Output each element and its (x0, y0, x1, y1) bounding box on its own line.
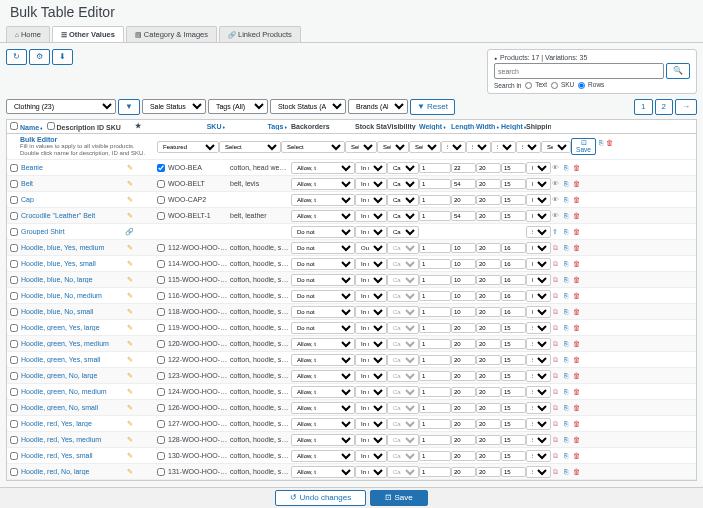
col-tags[interactable]: Tags♦ (229, 123, 291, 130)
visibility-select[interactable]: Catalo (387, 354, 419, 366)
weight-input[interactable] (419, 387, 451, 397)
trash-icon[interactable]: 🗑 (572, 291, 581, 300)
length-input[interactable] (451, 339, 476, 349)
row-checkbox[interactable] (10, 180, 18, 188)
stock-select[interactable]: In stoc (355, 338, 387, 350)
trash-icon[interactable]: 🗑 (572, 259, 581, 268)
pencil-icon[interactable]: ✎ (125, 467, 134, 476)
brands-filter[interactable]: Brands (All) (348, 99, 408, 114)
row-checkbox[interactable] (10, 452, 18, 460)
product-name-link[interactable]: Hoodie, red, Yes, large (20, 420, 125, 427)
weight-input[interactable] (419, 467, 451, 477)
copy-icon[interactable]: ⎘ (562, 435, 571, 444)
trash-icon[interactable]: 🗑 (572, 467, 581, 476)
row-action-icon[interactable]: 👁 (551, 211, 560, 220)
stock-select[interactable]: In stoc (355, 226, 387, 238)
length-input[interactable] (451, 163, 476, 173)
page-1-button[interactable]: 1 (634, 99, 652, 115)
pencil-icon[interactable]: ✎ (125, 307, 134, 316)
visibility-select[interactable]: Catalo (387, 210, 419, 222)
backorders-select[interactable]: Do not (291, 242, 355, 254)
copy-icon[interactable]: ⎘ (562, 275, 571, 284)
product-name-link[interactable]: Hoodie, green, Yes, small (20, 356, 125, 363)
backorders-select[interactable]: Allow, t (291, 386, 355, 398)
row-checkbox[interactable] (10, 260, 18, 268)
row-action-icon[interactable]: ⧉ (551, 243, 560, 252)
stock-select[interactable]: In stoc (355, 322, 387, 334)
pencil-icon[interactable]: ✎ (125, 419, 134, 428)
visibility-select[interactable]: Catalo (387, 306, 419, 318)
row-action-icon[interactable]: ⧉ (551, 307, 560, 316)
copy-icon[interactable]: ⎘ (562, 323, 571, 332)
tags-filter[interactable]: Tags (All) (208, 99, 268, 114)
product-name-link[interactable]: Hoodie, green, No, large (20, 372, 125, 379)
shipping-select[interactable]: Select (526, 450, 551, 462)
copy-icon[interactable]: ⎘ (562, 419, 571, 428)
backorders-select[interactable]: Do not (291, 322, 355, 334)
trash-icon[interactable]: 🗑 (572, 435, 581, 444)
row-checkbox[interactable] (10, 436, 18, 444)
copy-icon[interactable]: ⎘ (562, 195, 571, 204)
shipping-select[interactable]: Select (526, 322, 551, 334)
col-weight[interactable]: Weight♦ (419, 123, 451, 130)
visibility-select[interactable]: Catalo (387, 322, 419, 334)
visibility-select[interactable]: Catalo (387, 178, 419, 190)
page-next-button[interactable]: → (675, 99, 697, 115)
row-action-icon[interactable]: ⧉ (551, 371, 560, 380)
row-checkbox[interactable] (10, 468, 18, 476)
product-name-link[interactable]: Beanie (20, 164, 125, 171)
width-input[interactable] (476, 371, 501, 381)
featured-checkbox[interactable] (157, 196, 165, 204)
bulk-shipping-select[interactable]: Select (541, 141, 571, 153)
copy-icon[interactable]: ⎘ (562, 163, 571, 172)
pencil-icon[interactable]: ✎ (125, 211, 134, 220)
row-action-icon[interactable]: 👁 (551, 195, 560, 204)
row-action-icon[interactable]: ⧉ (551, 355, 560, 364)
trash-icon[interactable]: 🗑 (572, 387, 581, 396)
pencil-icon[interactable]: ✎ (125, 339, 134, 348)
reset-button[interactable]: ▼ Reset (410, 99, 455, 115)
trash-icon[interactable]: 🗑 (572, 371, 581, 380)
featured-checkbox[interactable] (157, 212, 165, 220)
width-input[interactable] (476, 435, 501, 445)
settings-button[interactable]: ⚙ (29, 49, 50, 65)
visibility-select[interactable]: Catalo (387, 274, 419, 286)
row-action-icon[interactable]: ⧉ (551, 387, 560, 396)
shipping-select[interactable]: Free (526, 274, 551, 286)
visibility-select[interactable]: Catalo (387, 258, 419, 270)
row-checkbox[interactable] (10, 308, 18, 316)
search-input[interactable] (494, 63, 664, 79)
backorders-select[interactable]: Allow, t (291, 450, 355, 462)
height-input[interactable] (501, 467, 526, 477)
row-action-icon[interactable]: 👁 (551, 163, 560, 172)
shipping-select[interactable]: Select (526, 226, 551, 238)
length-input[interactable] (451, 323, 476, 333)
backorders-select[interactable]: Allow, t (291, 402, 355, 414)
length-input[interactable] (451, 387, 476, 397)
copy-icon[interactable]: ⎘ (562, 307, 571, 316)
length-input[interactable] (451, 419, 476, 429)
copy-icon[interactable]: ⎘ (562, 259, 571, 268)
height-input[interactable] (501, 275, 526, 285)
width-input[interactable] (476, 307, 501, 317)
visibility-select[interactable]: Catalo (387, 434, 419, 446)
shipping-select[interactable]: Select (526, 418, 551, 430)
refresh-button[interactable]: ↻ (6, 49, 27, 65)
pencil-icon[interactable]: ✎ (125, 451, 134, 460)
bulk-length-select[interactable]: Select (466, 141, 491, 153)
row-checkbox[interactable] (10, 356, 18, 364)
col-name[interactable]: Name♦ (20, 124, 43, 131)
height-input[interactable] (501, 419, 526, 429)
row-checkbox[interactable] (10, 404, 18, 412)
row-checkbox[interactable] (10, 340, 18, 348)
stock-select[interactable]: In stoc (355, 178, 387, 190)
backorders-select[interactable]: Do not (291, 274, 355, 286)
height-input[interactable] (501, 451, 526, 461)
bulk-trash-icon[interactable]: 🗑 (606, 138, 613, 147)
weight-input[interactable] (419, 211, 451, 221)
pencil-icon[interactable]: ✎ (125, 323, 134, 332)
backorders-select[interactable]: Allow, t (291, 354, 355, 366)
length-input[interactable] (451, 467, 476, 477)
trash-icon[interactable]: 🗑 (572, 163, 581, 172)
link-icon[interactable]: 🔗 (125, 227, 134, 236)
